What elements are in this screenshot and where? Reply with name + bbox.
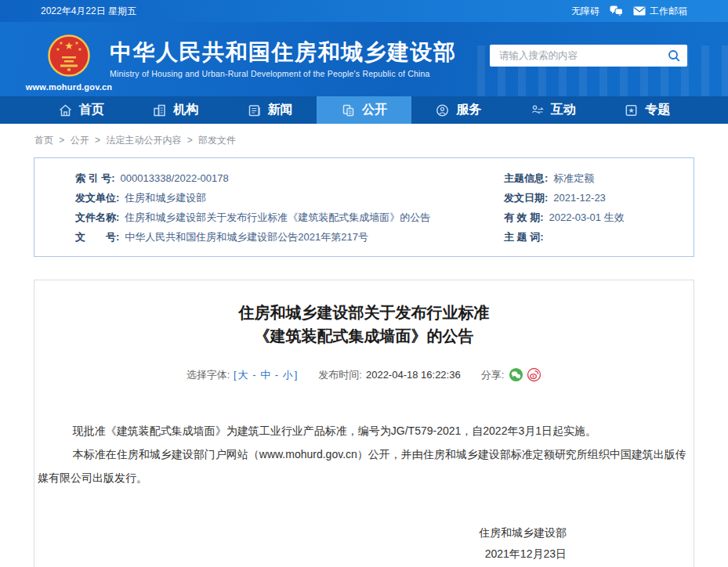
signature-org: 住房和城乡建设部 bbox=[38, 522, 567, 544]
chat-icon[interactable] bbox=[610, 5, 623, 16]
search-box bbox=[490, 45, 687, 67]
publish-time-label: 发布时间: bbox=[318, 368, 362, 382]
font-size-medium[interactable]: 中 bbox=[260, 369, 270, 381]
article-signature: 住房和城乡建设部 2021年12月23日 bbox=[38, 522, 690, 565]
article-paragraph: 本标准在住房和城乡建设部门户网站（www.mohurd.gov.cn）公开，并由… bbox=[38, 442, 690, 489]
main-nav: 首页 机构 新闻 公开 服务 bbox=[0, 96, 728, 124]
article-meta-bar: 选择字体: [大 - 中 - 小] 发布时间: 2022-04-18 16:22… bbox=[38, 367, 690, 382]
breadcrumb-separator: > bbox=[59, 135, 64, 146]
nav-item-service[interactable]: 服务 bbox=[411, 96, 505, 124]
meta-row-keywords: 主 题 词: bbox=[504, 227, 694, 247]
news-icon bbox=[247, 103, 262, 117]
meta-row-document-name: 文件名称: 住房和城乡建设部关于发布行业标准《建筑装配式集成墙面》的公告 bbox=[75, 208, 473, 227]
svg-text:★: ★ bbox=[64, 40, 74, 52]
article-title: 住房和城乡建设部关于发布行业标准 《建筑装配式集成墙面》的公告 bbox=[38, 301, 690, 348]
font-size-large[interactable]: 大 bbox=[238, 369, 248, 381]
font-size-small[interactable]: 小 bbox=[283, 369, 293, 381]
document-meta-table: 索 引 号: 000013338/2022-00178 发文单位: 住房和城乡建… bbox=[34, 157, 694, 257]
site-title: 中华人民共和国住房和城乡建设部 bbox=[110, 39, 457, 66]
publish-time-value: 2022-04-18 16:22:36 bbox=[366, 369, 461, 381]
nav-item-home[interactable]: 首页 bbox=[34, 96, 128, 124]
breadcrumb-disclosure[interactable]: 公开 bbox=[71, 135, 89, 146]
breadcrumb-statutory-content[interactable]: 法定主动公开内容 bbox=[106, 135, 181, 146]
site-header: ★ ★ ★ ★ ★ www.mohurd.gov.cn 中华人民共和国住房和城乡… bbox=[0, 22, 728, 96]
interact-icon bbox=[530, 103, 545, 117]
article-paragraph: 现批准《建筑装配式集成墙面》为建筑工业行业产品标准，编号为JG/T579-202… bbox=[38, 419, 690, 442]
meta-row-index-number: 索 引 号: 000013338/2022-00178 bbox=[75, 168, 473, 188]
top-utility-bar: 2022年4月22日 星期五 无障碍 工作邮箱 bbox=[0, 0, 728, 22]
national-emblem-logo[interactable]: ★ ★ ★ ★ ★ bbox=[48, 34, 90, 80]
font-selector-label: 选择字体: bbox=[187, 368, 230, 382]
meta-row-issue-date: 发文日期: 2021-12-23 bbox=[504, 188, 694, 208]
article-container: 住房和城乡建设部关于发布行业标准 《建筑装配式集成墙面》的公告 选择字体: [大… bbox=[34, 280, 694, 567]
site-url: www.mohurd.gov.cn bbox=[26, 82, 112, 92]
svg-text:★: ★ bbox=[56, 47, 60, 52]
weibo-share-button[interactable] bbox=[527, 367, 541, 382]
org-icon bbox=[152, 103, 167, 117]
svg-text:★: ★ bbox=[78, 47, 81, 52]
nav-item-interact[interactable]: 互动 bbox=[505, 96, 599, 124]
breadcrumb-separator: > bbox=[187, 135, 193, 146]
accessibility-link[interactable]: 无障碍 bbox=[571, 5, 599, 18]
weibo-icon bbox=[527, 367, 541, 382]
wechat-share-button[interactable] bbox=[509, 367, 523, 382]
meta-row-issuing-unit: 发文单位: 住房和城乡建设部 bbox=[75, 188, 473, 208]
nav-item-org[interactable]: 机构 bbox=[128, 96, 222, 124]
share-label: 分享: bbox=[481, 368, 505, 382]
service-icon bbox=[435, 103, 450, 117]
breadcrumb: 首页 > 公开 > 法定主动公开内容 > 部发文件 bbox=[34, 134, 728, 147]
article-body: 现批准《建筑装配式集成墙面》为建筑工业行业产品标准，编号为JG/T579-202… bbox=[38, 419, 690, 489]
svg-text:★: ★ bbox=[59, 41, 63, 45]
wechat-icon bbox=[509, 367, 523, 382]
nav-item-topics[interactable]: ★ 专题 bbox=[600, 96, 694, 124]
work-mailbox-link[interactable]: 工作邮箱 bbox=[633, 5, 687, 18]
search-button[interactable] bbox=[661, 45, 687, 67]
meta-row-subject-info: 主题信息: 标准定额 bbox=[504, 168, 694, 188]
svg-text:★: ★ bbox=[74, 41, 78, 45]
search-icon bbox=[668, 49, 680, 62]
breadcrumb-ministry-documents[interactable]: 部发文件 bbox=[198, 135, 236, 146]
home-icon bbox=[58, 103, 73, 117]
meta-row-document-number: 文 号: 中华人民共和国住房和城乡建设部公告2021年第217号 bbox=[75, 227, 473, 247]
breadcrumb-home[interactable]: 首页 bbox=[34, 135, 53, 146]
disclosure-icon bbox=[341, 103, 356, 117]
svg-text:★: ★ bbox=[628, 107, 635, 114]
nav-item-news[interactable]: 新闻 bbox=[223, 96, 317, 124]
mail-icon bbox=[633, 6, 646, 16]
site-subtitle: Ministry of Housing and Urban-Rural Deve… bbox=[110, 69, 457, 78]
topics-icon: ★ bbox=[624, 103, 639, 117]
meta-row-effective-date: 有 效 期: 2022-03-01 生效 bbox=[504, 208, 694, 227]
nav-item-disclosure[interactable]: 公开 bbox=[317, 96, 411, 124]
search-input[interactable] bbox=[490, 50, 661, 61]
breadcrumb-separator: > bbox=[95, 135, 100, 146]
current-date: 2022年4月22日 星期五 bbox=[41, 5, 136, 18]
signature-date: 2021年12月23日 bbox=[38, 544, 567, 565]
